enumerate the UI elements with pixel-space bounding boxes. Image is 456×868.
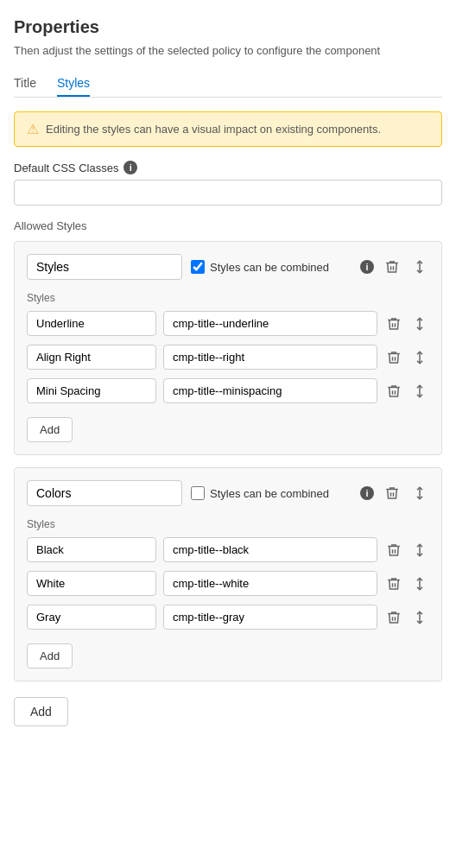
- styles-inner-label-2: Styles: [27, 518, 429, 530]
- sort-icon-styles: [412, 259, 428, 275]
- style-class-align-right[interactable]: [163, 345, 377, 370]
- style-class-underline[interactable]: [163, 311, 377, 336]
- trash-icon-gray: [386, 610, 402, 625]
- style-group-info-icon-styles[interactable]: i: [360, 260, 374, 274]
- trash-icon-mini-spacing: [386, 383, 402, 399]
- tab-bar: Title Styles: [14, 71, 442, 98]
- allowed-styles-section: Styles can be combined i Styles: [14, 241, 442, 726]
- style-name-mini-spacing[interactable]: [27, 378, 156, 403]
- sort-style-gray[interactable]: [410, 608, 429, 627]
- style-row-underline: [27, 311, 429, 336]
- style-name-align-right[interactable]: [27, 345, 156, 370]
- style-class-white[interactable]: [163, 571, 377, 596]
- default-css-info-icon[interactable]: i: [124, 161, 137, 174]
- style-group-name-input-styles[interactable]: [27, 254, 182, 280]
- combined-label-colors: Styles can be combined: [210, 487, 329, 500]
- add-style-btn-2[interactable]: Add: [27, 643, 73, 668]
- allowed-styles-label: Allowed Styles: [14, 219, 442, 232]
- sort-style-white[interactable]: [410, 574, 429, 593]
- style-group-colors: Styles can be combined i Styles: [14, 467, 442, 681]
- sort-icon-align-right: [412, 350, 428, 365]
- style-class-mini-spacing[interactable]: [163, 378, 377, 403]
- combined-label-styles: Styles can be combined: [210, 261, 329, 274]
- delete-style-align-right[interactable]: [384, 348, 403, 367]
- trash-icon-white: [386, 576, 402, 592]
- page-title: Properties: [14, 17, 442, 37]
- trash-icon-colors: [384, 485, 400, 501]
- combined-checkbox-colors[interactable]: [191, 486, 205, 500]
- style-group-sort-btn-styles[interactable]: [410, 257, 429, 276]
- style-row-align-right: [27, 345, 429, 370]
- style-name-black[interactable]: [27, 537, 156, 562]
- trash-icon-styles: [384, 259, 400, 275]
- warning-text: Editing the styles can have a visual imp…: [46, 123, 381, 136]
- delete-style-gray[interactable]: [384, 608, 403, 627]
- style-group-info-icon-colors[interactable]: i: [360, 486, 374, 500]
- sort-style-underline[interactable]: [410, 314, 429, 333]
- warning-icon: ⚠: [27, 121, 39, 137]
- sort-icon-colors: [412, 485, 428, 501]
- style-group-styles: Styles can be combined i Styles: [14, 241, 442, 455]
- warning-banner: ⚠ Editing the styles can have a visual i…: [14, 111, 442, 147]
- main-add-btn[interactable]: Add: [14, 697, 68, 726]
- delete-style-white[interactable]: [384, 574, 403, 593]
- sort-icon-underline: [412, 316, 428, 332]
- sort-style-align-right[interactable]: [410, 348, 429, 367]
- combined-checkbox-styles[interactable]: [191, 260, 205, 274]
- page-subtitle: Then adjust the settings of the selected…: [14, 44, 442, 57]
- style-class-gray[interactable]: [163, 605, 377, 630]
- style-group-sort-btn-colors[interactable]: [410, 484, 429, 503]
- trash-icon-underline: [386, 316, 402, 332]
- delete-style-black[interactable]: [384, 541, 403, 560]
- sort-icon-white: [412, 576, 428, 592]
- style-row-white: [27, 571, 429, 596]
- default-css-input[interactable]: [14, 180, 442, 206]
- style-group-delete-btn-styles[interactable]: [383, 257, 402, 276]
- style-group-header-styles: Styles can be combined i: [27, 254, 429, 280]
- default-css-label: Default CSS Classes i: [14, 161, 442, 174]
- sort-icon-black: [412, 542, 428, 558]
- style-group-header-colors: Styles can be combined i: [27, 480, 429, 506]
- delete-style-underline[interactable]: [384, 314, 403, 333]
- style-name-underline[interactable]: [27, 311, 156, 336]
- style-name-gray[interactable]: [27, 605, 156, 630]
- sort-style-mini-spacing[interactable]: [410, 382, 429, 401]
- styles-inner-label-1: Styles: [27, 292, 429, 304]
- style-row-black: [27, 537, 429, 562]
- tab-styles[interactable]: Styles: [57, 71, 90, 97]
- sort-icon-gray: [412, 610, 428, 625]
- style-row-gray: [27, 605, 429, 630]
- add-style-btn-1[interactable]: Add: [27, 417, 73, 442]
- style-name-white[interactable]: [27, 571, 156, 596]
- trash-icon-black: [386, 542, 402, 558]
- style-group-delete-btn-colors[interactable]: [383, 484, 402, 503]
- style-row-mini-spacing: [27, 378, 429, 403]
- combined-checkbox-label-colors: Styles can be combined: [191, 486, 352, 500]
- combined-checkbox-label-styles: Styles can be combined: [191, 260, 352, 274]
- sort-style-black[interactable]: [410, 541, 429, 560]
- delete-style-mini-spacing[interactable]: [384, 382, 403, 401]
- sort-icon-mini-spacing: [412, 383, 428, 399]
- trash-icon-align-right: [386, 350, 402, 365]
- style-class-black[interactable]: [163, 537, 377, 562]
- tab-title[interactable]: Title: [14, 71, 36, 97]
- style-group-name-input-colors[interactable]: [27, 480, 182, 506]
